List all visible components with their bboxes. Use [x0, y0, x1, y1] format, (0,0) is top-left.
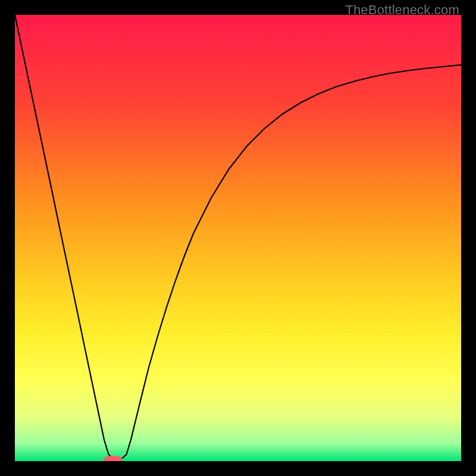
chart-background	[15, 15, 461, 461]
chart-frame	[15, 15, 461, 461]
chart-svg	[15, 15, 461, 461]
